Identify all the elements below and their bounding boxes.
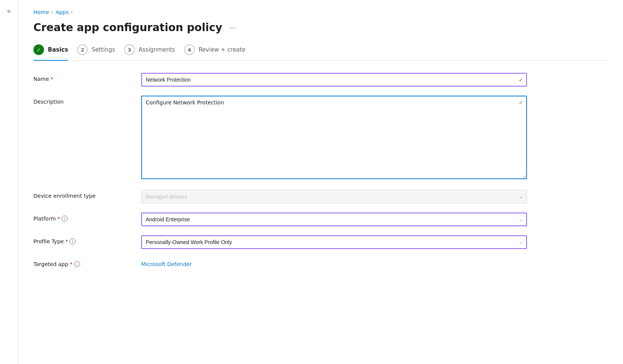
description-textarea[interactable]: Configure Network Protection	[141, 96, 527, 179]
main-content: Home › Apps › Create app configuration p…	[18, 0, 623, 364]
name-label: Name *	[33, 73, 132, 82]
platform-select[interactable]: Android Enterprise iOS/iPadOS Android de…	[141, 213, 527, 226]
step-settings[interactable]: 2 Settings	[77, 44, 124, 60]
profile-type-select[interactable]: Personally-Owned Work Profile Only Corpo…	[141, 235, 527, 249]
targeted-app-control-wrapper: Microsoft Defender	[141, 258, 527, 268]
platform-label: Platform * i	[33, 213, 132, 222]
platform-control-wrapper: Android Enterprise iOS/iPadOS Android de…	[141, 213, 527, 226]
step-basics-label: Basics	[48, 46, 68, 53]
form-row-device-enrollment: Device enrollment type Managed devices ⌵	[33, 190, 527, 203]
platform-info-icon[interactable]: i	[62, 216, 68, 222]
form-row-name: Name * ✓	[33, 73, 527, 87]
breadcrumb-apps[interactable]: Apps	[55, 9, 69, 15]
form-row-profile-type: Profile Type * i Personally-Owned Work P…	[33, 235, 527, 249]
breadcrumb-home[interactable]: Home	[33, 9, 49, 15]
form-container: Name * ✓ Description Configure Network P…	[33, 73, 527, 268]
description-checkmark-icon: ✓	[519, 99, 523, 106]
breadcrumb-sep-2: ›	[71, 9, 73, 15]
page-title-row: Create app configuration policy ···	[33, 21, 608, 34]
sidebar-collapse-button[interactable]: «	[3, 5, 15, 17]
description-control-wrapper: Configure Network Protection ✓	[141, 96, 527, 181]
targeted-app-required: *	[70, 261, 73, 267]
step-assignments-label: Assignments	[139, 46, 175, 53]
form-row-description: Description Configure Network Protection…	[33, 96, 527, 181]
breadcrumb-sep-1: ›	[51, 9, 53, 15]
step-review-circle: 4	[184, 44, 195, 55]
platform-required: *	[57, 216, 60, 222]
step-review-create[interactable]: 4 Review + create	[184, 44, 254, 60]
platform-select-wrapper: Android Enterprise iOS/iPadOS Android de…	[141, 213, 527, 226]
profile-type-required: *	[65, 238, 68, 244]
targeted-app-label: Targeted app * i	[33, 258, 132, 267]
breadcrumb: Home › Apps ›	[33, 9, 608, 15]
step-review-label: Review + create	[199, 46, 245, 53]
name-input[interactable]	[141, 73, 527, 87]
wizard-steps: ✓ Basics 2 Settings 3 Assignments 4 Revi…	[33, 44, 608, 61]
profile-type-select-wrapper: Personally-Owned Work Profile Only Corpo…	[141, 235, 527, 249]
step-basics-circle: ✓	[33, 44, 44, 55]
step-settings-label: Settings	[91, 46, 115, 53]
targeted-app-info-icon[interactable]: i	[74, 261, 80, 267]
name-required: *	[50, 76, 53, 82]
form-row-platform: Platform * i Android Enterprise iOS/iPad…	[33, 213, 527, 226]
description-label: Description	[33, 96, 132, 105]
step-settings-circle: 2	[77, 44, 88, 55]
device-enrollment-select: Managed devices	[141, 190, 527, 203]
step-assignments-circle: 3	[124, 44, 135, 55]
description-textarea-wrapper: Configure Network Protection ✓	[141, 96, 527, 181]
profile-type-info-icon[interactable]: i	[69, 238, 76, 244]
name-input-wrapper: ✓	[141, 73, 527, 87]
name-checkmark-icon: ✓	[519, 77, 523, 83]
profile-type-label: Profile Type * i	[33, 235, 132, 244]
name-control-wrapper: ✓	[141, 73, 527, 87]
collapse-icon: «	[7, 7, 11, 15]
form-row-targeted-app: Targeted app * i Microsoft Defender	[33, 258, 527, 268]
targeted-app-link[interactable]: Microsoft Defender	[141, 258, 192, 267]
page-title: Create app configuration policy	[33, 21, 222, 34]
device-enrollment-label: Device enrollment type	[33, 190, 132, 199]
step-basics[interactable]: ✓ Basics	[33, 44, 77, 60]
more-options-button[interactable]: ···	[227, 22, 240, 33]
sidebar: «	[0, 0, 18, 364]
device-enrollment-select-wrapper: Managed devices ⌵	[141, 190, 527, 203]
step-assignments[interactable]: 3 Assignments	[124, 44, 184, 60]
profile-type-control-wrapper: Personally-Owned Work Profile Only Corpo…	[141, 235, 527, 249]
device-enrollment-control-wrapper: Managed devices ⌵	[141, 190, 527, 203]
